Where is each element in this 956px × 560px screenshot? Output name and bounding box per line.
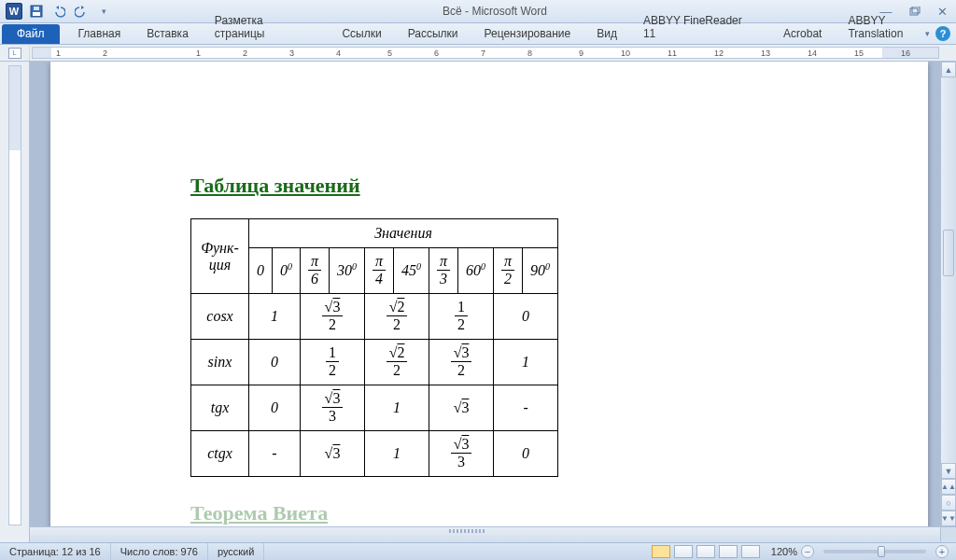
document-area[interactable]: Таблица значений Функ-ция Значения 000π6… xyxy=(30,62,956,542)
trig-table: Функ-ция Значения 000π6300π4450π3600π290… xyxy=(190,218,558,477)
view-printlayout-icon[interactable] xyxy=(652,545,670,558)
ribbon-minimize-icon[interactable]: ▾ xyxy=(925,29,930,38)
next-page-icon[interactable]: ▼▼ xyxy=(941,511,956,526)
titlebar: W ▾ Всё - Microsoft Word — ✕ xyxy=(0,0,956,23)
word-icon[interactable]: W xyxy=(4,2,24,21)
view-weblayout-icon[interactable] xyxy=(696,545,715,558)
next-heading: Теорема Виета xyxy=(190,501,788,525)
tab-acrobat[interactable]: Acrobat xyxy=(770,24,835,44)
col-group-header: Значения xyxy=(249,219,558,248)
horizontal-ruler: L 121234567891011121314151617 xyxy=(0,45,956,62)
tab-insert[interactable]: Вставка xyxy=(134,24,202,44)
page: Таблица значений Функ-ция Значения 000π6… xyxy=(50,62,928,542)
tab-pagelayout[interactable]: Разметка страницы xyxy=(202,11,330,44)
tab-file[interactable]: Файл xyxy=(2,24,60,44)
status-lang[interactable]: русский xyxy=(208,543,264,560)
zoom-thumb[interactable] xyxy=(878,546,885,557)
vertical-ruler xyxy=(0,62,30,542)
view-outline-icon[interactable] xyxy=(719,545,738,558)
tab-review[interactable]: Рецензирование xyxy=(471,24,584,44)
zoom-out-icon[interactable]: − xyxy=(801,545,814,558)
scroll-down-icon[interactable]: ▼ xyxy=(941,463,956,479)
scrollbar-vertical[interactable]: ▲ ▼ ▲▲ ○ ▼▼ xyxy=(940,62,956,526)
status-words[interactable]: Число слов: 976 xyxy=(111,543,208,560)
prev-page-icon[interactable]: ▲▲ xyxy=(941,479,956,495)
svg-rect-1 xyxy=(33,12,40,16)
splitter-icon[interactable] xyxy=(449,529,485,533)
status-page[interactable]: Страница: 12 из 16 xyxy=(0,543,111,560)
tab-finereader[interactable]: ABBYY FineReader 11 xyxy=(630,11,770,44)
zoom-in-icon[interactable]: + xyxy=(935,545,949,558)
tab-mailings[interactable]: Рассылки xyxy=(395,24,471,44)
tab-selector[interactable]: L xyxy=(8,48,21,59)
svg-rect-2 xyxy=(34,7,39,10)
view-draft-icon[interactable] xyxy=(741,545,760,558)
qat-customize-icon[interactable]: ▾ xyxy=(93,2,114,21)
zoom-percent[interactable]: 120% xyxy=(771,546,797,557)
view-fullscreen-icon[interactable] xyxy=(674,545,693,558)
scroll-corner xyxy=(940,526,956,542)
ruler-h-track[interactable]: 121234567891011121314151617 xyxy=(32,47,939,59)
ruler-v-track[interactable] xyxy=(8,65,21,525)
undo-icon[interactable] xyxy=(49,2,69,21)
tab-home[interactable]: Главная xyxy=(65,24,134,44)
tab-view[interactable]: Вид xyxy=(583,24,630,44)
scroll-up-icon[interactable]: ▲ xyxy=(941,62,956,77)
scrollbar-horizontal[interactable] xyxy=(30,526,940,542)
workspace: Таблица значений Функ-ция Значения 000π6… xyxy=(0,62,956,542)
ribbon-tabs: Файл Главная Вставка Разметка страницы С… xyxy=(0,23,956,45)
help-icon[interactable]: ? xyxy=(935,26,950,41)
zoom-slider[interactable] xyxy=(823,550,926,553)
tab-references[interactable]: Ссылки xyxy=(329,24,394,44)
statusbar: Страница: 12 из 16 Число слов: 976 русск… xyxy=(0,542,956,560)
save-icon[interactable] xyxy=(26,2,47,21)
doc-heading: Таблица значений xyxy=(190,174,788,198)
browse-object-icon[interactable]: ○ xyxy=(941,495,956,511)
redo-icon[interactable] xyxy=(71,2,91,21)
quick-access-toolbar: W ▾ xyxy=(4,2,114,21)
scroll-thumb-v[interactable] xyxy=(943,230,954,276)
